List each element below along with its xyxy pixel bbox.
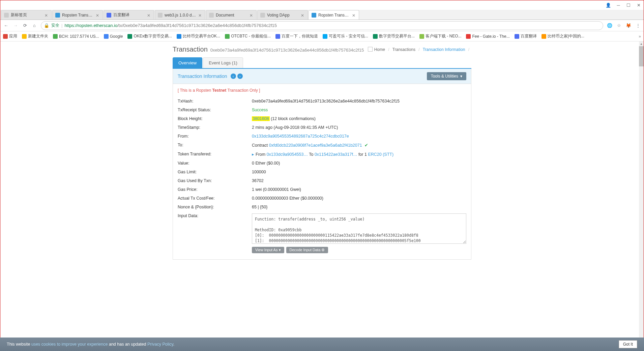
transfer-token-link[interactable]: ERC20 (STT) [368,152,393,157]
apps-button[interactable]: 应用 [3,33,17,39]
secure-label: 安全 [51,23,59,28]
page-scrollbar[interactable]: ▲ [639,41,644,345]
home-icon[interactable]: ⌂ [31,23,37,29]
value-from: 0x133dc9a905455354892687a725c4c274cdbc01… [252,134,466,139]
scrollbar-thumb[interactable] [639,46,644,66]
tab-title: 新标签页 [11,12,42,18]
bookmark-item[interactable]: 客户端下载 - NEO... [419,33,462,39]
bookmark-item[interactable]: 可盈可乐 - 安全可信... [323,33,368,39]
transfer-to-link[interactable]: 0x115422ae33a317f… [315,152,357,157]
decode-input-data-button[interactable]: Decode Input Data ⚙ [286,247,328,253]
next-tx-icon[interactable]: › [237,74,243,79]
tools-utilities-button[interactable]: Tools & Utilities ▾ [427,72,466,80]
window-titlebar: 👤 ─ ☐ ✕ [0,0,644,10]
bookmark-item[interactable]: 新建文件夹 [22,33,48,39]
bookmark-label: OKEx数字货币交易... [134,33,172,39]
forward-icon[interactable]: → [12,23,19,29]
browser-tab[interactable]: web3.js 1.0.0 documen... ✕ [155,10,205,20]
tab-close-icon[interactable]: ✕ [96,13,100,17]
bookmark-item[interactable]: 数字货币交易平台... [373,33,415,39]
breadcrumb-transactions[interactable]: Transactions [392,47,415,52]
user-icon[interactable]: 👤 [606,3,611,7]
to-address-link[interactable]: 0xfd0dcb220a0908f7e1acef9a3e5a6ab2f41b20… [269,143,362,148]
tab-event-logs[interactable]: Event Logs (1) [203,57,243,68]
menu-icon[interactable]: ⋮ [635,23,641,29]
cookie-text: This website [7,342,31,345]
bookmark-favicon [323,34,327,39]
cookie-link-1[interactable]: uses cookies to improve your experience [31,342,108,345]
tab-close-icon[interactable]: ✕ [352,13,356,17]
bookmark-label: 可盈可乐 - 安全可信... [329,33,368,39]
label-token-transfered: Token Transfered: [178,152,252,157]
bookmark-item[interactable]: 比特币之家|中国的... [541,33,584,39]
bookmark-item[interactable]: Google [104,34,123,39]
browser-tab[interactable]: Ropsten Transactions In... ✕ [52,10,103,20]
value-receipt-status: Success [252,108,466,112]
prev-tx-icon[interactable]: ‹ [231,74,236,79]
transfer-from-link[interactable]: 0x133dc9a9054553… [267,152,308,157]
tab-close-icon[interactable]: ✕ [198,13,202,17]
extension-icon[interactable]: 🦊 [625,23,632,29]
from-address-link[interactable]: 0x133dc9a905455354892687a725c4c274cdbc01… [252,134,349,139]
got-it-button[interactable]: Got It [619,340,637,345]
star-icon[interactable]: ☆ [616,23,622,29]
address-bar[interactable]: 🔒 安全 | https://ropsten.etherscan.io/tx/0… [41,21,603,30]
bookmark-favicon [466,34,471,39]
value-tx-cost: 0.00000000000003 Ether ($0.000000) [252,196,466,201]
bookmark-item[interactable]: Fee - Gate.io - The... [466,34,509,39]
translate-icon[interactable]: 🌐 [607,23,613,29]
bookmark-item[interactable]: 百度翻译 [515,33,537,39]
bookmark-item[interactable]: BCH: 1027.5774 US... [53,34,99,39]
bookmark-item[interactable]: OKEx数字货币交易... [127,33,172,39]
url-text: https://ropsten.etherscan.io/tx/0xeb0e73… [64,23,277,28]
bookmark-label: 新建文件夹 [28,33,48,39]
bookmark-favicon [419,34,424,39]
testnet-notice: [ This is a Ropsten Testnet Transaction … [178,88,466,93]
scroll-up-icon[interactable]: ▲ [639,41,644,46]
view-input-as-button[interactable]: View Input As ▾ [252,247,284,253]
privacy-policy-link[interactable]: Privacy Policy [147,342,173,345]
bookmark-item[interactable]: OTCBTC - 你最能信... [225,33,271,39]
block-number-link[interactable]: 3801608 [252,116,270,121]
copy-icon[interactable] [368,47,373,52]
maximize-icon[interactable]: ☐ [626,3,631,7]
bookmark-label: 比特币交易平台OK... [183,33,220,39]
bookmarks-overflow-icon[interactable]: » [639,34,641,39]
minimize-icon[interactable]: ─ [616,3,621,7]
tab-title: 百度翻译 [113,12,145,18]
tab-close-icon[interactable]: ✕ [147,13,151,17]
browser-tab-active[interactable]: Ropsten Transaction 0x... ✕ [309,10,359,20]
close-window-icon[interactable]: ✕ [636,3,641,7]
tab-favicon [107,13,111,18]
bookmark-label: 比特币之家|中国的... [548,33,584,39]
tab-close-icon[interactable]: ✕ [45,13,49,17]
tab-favicon [55,13,60,18]
tab-close-icon[interactable]: ✕ [301,13,305,17]
value-token-transfered: ▸From 0x133dc9a9054553… To 0x115422ae33a… [252,152,466,157]
browser-tab[interactable]: Voting DApp ✕ [257,10,308,20]
bookmark-label: 数字货币交易平台... [379,33,415,39]
tab-close-icon[interactable]: ✕ [250,13,254,17]
content-tabs: Overview Event Logs (1) [173,57,471,69]
input-data-textarea[interactable] [252,213,466,244]
value-nonce: 65 | {50} [252,205,466,209]
bookmark-label: 客户端下载 - NEO... [426,33,462,39]
label-gas-limit: Gas Limit: [178,170,252,174]
browser-tab[interactable]: Document ✕ [206,10,257,20]
browser-tab[interactable]: 百度翻译 ✕ [104,10,154,20]
browser-tab[interactable]: 新标签页 ✕ [1,10,52,20]
breadcrumb-home[interactable]: Home [374,47,385,52]
label-block-height: Block Height: [178,116,252,121]
value-gas-used: 36702 [252,178,466,183]
bookmark-label: BCH: 1027.5774 US... [59,34,99,39]
value-timestamp: 2 mins ago (Aug-09-2018 09:41:35 AM +UTC… [252,125,466,130]
breadcrumb-current[interactable]: Transaction Information [423,47,465,52]
bookmark-favicon [373,34,378,39]
chevron-down-icon: ▾ [279,248,281,252]
back-icon[interactable]: ← [3,23,9,29]
bookmark-favicon [275,34,280,39]
tab-overview[interactable]: Overview [173,57,202,68]
bookmark-item[interactable]: 比特币交易平台OK... [177,33,220,39]
reload-icon[interactable]: ⟳ [22,23,28,29]
bookmark-item[interactable]: 百度一下，你就知道 [275,33,318,39]
